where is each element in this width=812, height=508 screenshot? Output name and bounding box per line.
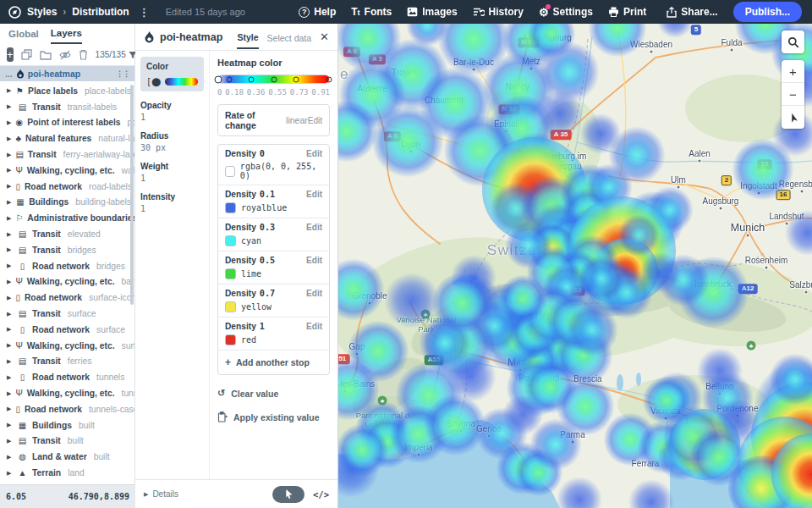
- expand-caret-icon[interactable]: ▶: [7, 295, 11, 301]
- expand-caret-icon[interactable]: ▶: [7, 374, 13, 381]
- selected-layer-row-poi-heatmap[interactable]: ... poi-heatmap ⋮⋮: [0, 66, 134, 81]
- breadcrumb-style-name[interactable]: Distribution: [72, 6, 129, 18]
- gradient-stop-handle[interactable]: [227, 76, 233, 82]
- tab-global[interactable]: Global: [8, 24, 39, 44]
- compass-bearing-button[interactable]: [782, 106, 804, 129]
- gradient-stop-handle[interactable]: [215, 75, 222, 83]
- color-swatch[interactable]: [225, 268, 236, 279]
- delete-layer-trash-icon[interactable]: [79, 49, 88, 61]
- expand-caret-icon[interactable]: ▶: [7, 167, 11, 174]
- layer-row-place-labels[interactable]: ▶⚑Place labelsplace-labels: [0, 83, 134, 99]
- expand-caret-icon[interactable]: ▶: [7, 470, 13, 477]
- color-swatch[interactable]: [225, 166, 235, 177]
- density-edit-link[interactable]: Edit: [306, 289, 322, 298]
- expand-caret-icon[interactable]: ▶: [7, 183, 11, 190]
- apply-existing-value-button[interactable]: Apply existing value: [217, 411, 330, 422]
- layer-row-elevated[interactable]: ▶▤Transitelevated: [0, 226, 134, 242]
- expand-caret-icon[interactable]: ▶: [7, 422, 13, 428]
- expand-caret-icon[interactable]: ▶: [7, 246, 13, 253]
- layer-row-natural-labels[interactable]: ▶♣Natural featuresnatural-labels: [0, 130, 134, 146]
- tab-style[interactable]: Style: [237, 25, 258, 49]
- expand-caret-icon[interactable]: ▶: [7, 262, 13, 269]
- fonts-menu[interactable]: Tt Fonts: [351, 6, 392, 18]
- layer-row-walking-cycling-labels[interactable]: ▶ΨWalking, cycling, etc.walking-cycling-…: [0, 163, 134, 179]
- layer-row-poi-labels[interactable]: ▶◉Point of interest labelspoi-labels: [0, 115, 134, 131]
- layer-row-surface[interactable]: ▶▤Transitsurface: [0, 306, 134, 322]
- layer-row-surface-icons[interactable]: ▶▯Road networksurface-icons: [0, 290, 134, 306]
- gradient-stop-handle[interactable]: [271, 76, 277, 82]
- map-search-button[interactable]: [782, 30, 804, 53]
- layer-row-barriers-bridges[interactable]: ▶ΨWalking, cycling, etc.barriers-bridges: [0, 274, 134, 290]
- expand-caret-icon[interactable]: ▶: [7, 135, 11, 142]
- details-toggle[interactable]: ▶ Details: [144, 489, 178, 499]
- layer-filter-count[interactable]: 135/135: [96, 50, 137, 59]
- heatmap-gradient-bar[interactable]: [217, 75, 330, 84]
- map-canvas[interactable]: FranceSwitzerlandLuxembourgWiesbadenFuld…: [338, 24, 812, 508]
- property-opacity[interactable]: Opacity1: [140, 101, 204, 122]
- hide-layer-eye-off-icon[interactable]: [59, 49, 71, 61]
- view-code-button[interactable]: </>: [313, 489, 329, 500]
- layer-row-road-labels[interactable]: ▶▯Road networkroad-labels: [0, 179, 134, 195]
- add-another-stop-button[interactable]: + Add another stop: [218, 350, 329, 374]
- expand-caret-icon[interactable]: ▶: [7, 152, 11, 158]
- publish-button[interactable]: Publish...: [733, 2, 802, 22]
- density-edit-link[interactable]: Edit: [306, 322, 322, 331]
- density-edit-link[interactable]: Edit: [306, 190, 322, 199]
- share-menu[interactable]: Share...: [667, 6, 717, 18]
- property-weight[interactable]: Weight1: [140, 162, 204, 183]
- images-menu[interactable]: Images: [407, 6, 457, 18]
- layer-row-bridges[interactable]: ▶▯Road networkbridges: [0, 258, 134, 274]
- duplicate-layer-icon[interactable]: [21, 49, 32, 61]
- gradient-stop-handle[interactable]: [249, 76, 255, 82]
- density-edit-link[interactable]: Edit: [306, 149, 322, 158]
- zoom-in-button[interactable]: +: [782, 60, 804, 83]
- layer-row-ferry-aerialway-labels[interactable]: ▶▤Transitferry-aerialway-labels: [0, 146, 134, 163]
- property-radius[interactable]: Radius30 px: [140, 131, 204, 152]
- add-layer-button[interactable]: +: [7, 47, 14, 62]
- layer-row-building-labels[interactable]: ▶▦Buildingsbuilding-labels: [0, 195, 134, 211]
- tab-layers[interactable]: Layers: [51, 24, 82, 44]
- mapbox-logo[interactable]: [8, 6, 21, 19]
- color-swatch[interactable]: [225, 334, 236, 345]
- history-menu[interactable]: History: [473, 6, 524, 18]
- color-swatch[interactable]: [225, 235, 236, 246]
- layer-row-ferries[interactable]: ▶▤Transitferries: [0, 354, 134, 370]
- settings-menu[interactable]: ⚙ Settings: [539, 6, 593, 19]
- gradient-stop-handle[interactable]: [326, 76, 332, 82]
- expand-caret-icon[interactable]: ▶: [7, 342, 11, 349]
- expand-caret-icon[interactable]: ▶: [7, 231, 13, 238]
- zoom-out-button[interactable]: −: [782, 83, 804, 106]
- print-menu[interactable]: Print: [608, 6, 646, 18]
- expand-caret-icon[interactable]: ▶: [7, 326, 13, 333]
- density-edit-link[interactable]: Edit: [306, 256, 322, 265]
- drag-handle-icon[interactable]: ⋮⋮: [116, 69, 129, 78]
- layer-row-built[interactable]: ▶▤Transitbuilt: [0, 433, 134, 450]
- layer-row-built[interactable]: ▶▦Buildingsbuilt: [0, 417, 134, 433]
- clear-value-button[interactable]: ↺ Clear value: [217, 388, 330, 399]
- expand-caret-icon[interactable]: ▶: [7, 390, 11, 397]
- expand-caret-icon[interactable]: ▶: [7, 438, 13, 444]
- style-menu-kebab-icon[interactable]: ⋮: [135, 6, 153, 19]
- layer-row-admin[interactable]: ▶⚐Administrative boundariesadmin: [0, 210, 134, 226]
- density-edit-link[interactable]: Edit: [306, 223, 322, 232]
- expand-caret-icon[interactable]: ▶: [7, 311, 13, 318]
- layer-row-transit-labels[interactable]: ▶▤Transittransit-labels: [0, 99, 134, 115]
- expand-caret-icon[interactable]: ▶: [7, 358, 13, 365]
- layer-row-tunnels[interactable]: ▶ΨWalking, cycling, etc.tunnels: [0, 385, 134, 401]
- layer-row-surface[interactable]: ▶ΨWalking, cycling, etc.surface: [0, 338, 134, 354]
- expand-caret-icon[interactable]: ▶: [7, 119, 11, 126]
- rate-edit-link[interactable]: Edit: [308, 116, 322, 125]
- gradient-stop-handle[interactable]: [293, 76, 299, 82]
- layer-row-tunnels-case[interactable]: ▶▯Road networktunnels-case: [0, 401, 134, 417]
- help-menu[interactable]: ? Help: [299, 6, 336, 18]
- layer-row-bridges[interactable]: ▶▤Transitbridges: [0, 242, 134, 258]
- expand-caret-icon[interactable]: ▶: [7, 103, 13, 110]
- group-folder-icon[interactable]: [40, 49, 52, 61]
- color-swatch[interactable]: [225, 301, 236, 312]
- expand-caret-icon[interactable]: ▶: [7, 215, 11, 222]
- sidebar-scrollbar[interactable]: [130, 85, 134, 305]
- layer-row-tunnels[interactable]: ▶▯Road networktunnels: [0, 369, 134, 385]
- layer-row-land[interactable]: ▶▲Terrainland: [0, 465, 134, 481]
- color-swatch[interactable]: [225, 202, 236, 213]
- expand-caret-icon[interactable]: ▶: [7, 87, 11, 94]
